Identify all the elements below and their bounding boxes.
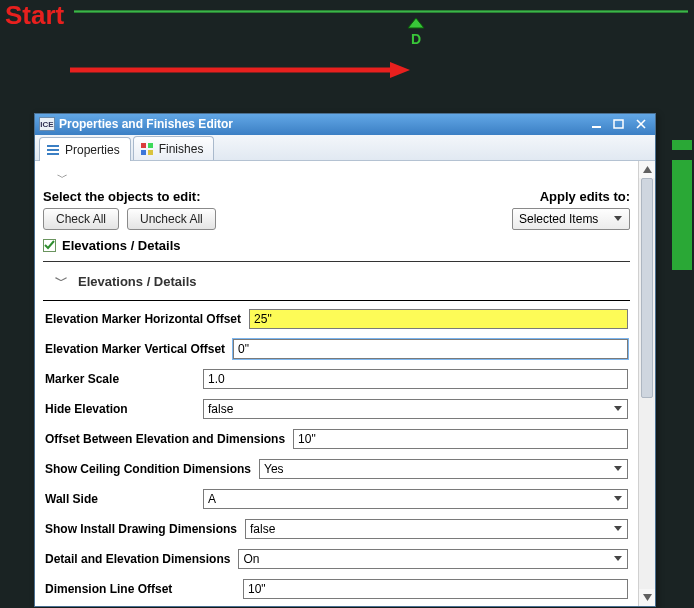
dropdown-detail-elev-dim[interactable]: On: [238, 549, 628, 569]
dropdown-wall-side-value: A: [208, 492, 216, 506]
dropdown-show-install[interactable]: false: [245, 519, 628, 539]
scroll-down-button[interactable]: [639, 589, 655, 606]
svg-marker-20: [614, 556, 622, 561]
label-offset-between: Offset Between Elevation and Dimensions: [45, 432, 285, 446]
svg-rect-12: [148, 143, 153, 148]
select-objects-label: Select the objects to edit:: [43, 189, 200, 204]
elevation-marker-d: D: [406, 18, 426, 48]
tab-finishes[interactable]: Finishes: [133, 136, 215, 160]
check-all-button[interactable]: Check All: [43, 208, 119, 230]
finishes-icon: [140, 142, 154, 156]
dropdown-hide-elevation[interactable]: false: [203, 399, 628, 419]
tab-properties-label: Properties: [65, 143, 120, 157]
input-offset-between[interactable]: [293, 429, 628, 449]
dropdown-wall-side[interactable]: A: [203, 489, 628, 509]
svg-rect-5: [614, 120, 623, 128]
dropdown-detail-elev-dim-value: On: [243, 552, 259, 566]
label-show-ceiling: Show Ceiling Condition Dimensions: [45, 462, 251, 476]
divider: [43, 300, 630, 301]
chevron-down-icon: [611, 556, 625, 562]
input-dim-line-offset[interactable]: [243, 579, 628, 599]
properties-finishes-dialog: ICE Properties and Finishes Editor Prope…: [34, 113, 656, 607]
svg-text:D: D: [411, 31, 421, 47]
properties-icon: [46, 143, 60, 157]
elevations-details-checkbox[interactable]: [43, 239, 56, 252]
apply-edits-combo-value: Selected Items: [519, 212, 598, 226]
svg-marker-18: [614, 496, 622, 501]
cad-wall-line: [74, 10, 688, 13]
section-elevations-details-header[interactable]: ﹀ Elevations / Details: [43, 268, 630, 294]
tab-properties[interactable]: Properties: [39, 137, 131, 161]
scroll-up-button[interactable]: [639, 161, 655, 178]
chevron-down-icon: ﹀: [57, 170, 68, 185]
apply-edits-label: Apply edits to:: [540, 189, 630, 204]
input-vertical-offset[interactable]: [233, 339, 628, 359]
label-marker-scale: Marker Scale: [45, 372, 195, 386]
dropdown-show-ceiling[interactable]: Yes: [259, 459, 628, 479]
svg-rect-9: [47, 149, 59, 151]
app-icon: ICE: [39, 117, 55, 131]
svg-marker-16: [614, 406, 622, 411]
chevron-down-icon: [611, 406, 625, 412]
maximize-button[interactable]: [609, 117, 629, 131]
dialog-body: ﹀ Select the objects to edit: Apply edit…: [35, 161, 638, 606]
label-wall-side: Wall Side: [45, 492, 195, 506]
close-button[interactable]: [631, 117, 651, 131]
svg-rect-10: [47, 153, 59, 155]
dialog-title: Properties and Finishes Editor: [59, 117, 583, 131]
chevron-down-icon: ﹀: [55, 272, 68, 290]
input-horizontal-offset[interactable]: [249, 309, 628, 329]
dropdown-hide-elevation-value: false: [208, 402, 233, 416]
svg-rect-4: [592, 126, 601, 128]
svg-rect-14: [148, 150, 153, 155]
svg-marker-3: [390, 62, 410, 78]
chevron-down-icon: [611, 526, 625, 532]
svg-marker-22: [643, 166, 652, 173]
chevron-down-icon: [611, 216, 625, 222]
svg-marker-15: [614, 216, 622, 221]
tab-finishes-label: Finishes: [159, 142, 204, 156]
scrollbar-track[interactable]: [639, 178, 655, 589]
divider: [43, 261, 630, 262]
label-hide-elevation: Hide Elevation: [45, 402, 195, 416]
section-title: Elevations / Details: [78, 274, 197, 289]
label-dim-line-offset: Dimension Line Offset: [45, 582, 235, 596]
elevations-details-check-label: Elevations / Details: [62, 238, 181, 253]
annotation-arrow: [70, 60, 410, 80]
label-show-install: Show Install Drawing Dimensions: [45, 522, 237, 536]
input-marker-scale[interactable]: [203, 369, 628, 389]
chevron-down-icon: [611, 496, 625, 502]
svg-rect-13: [141, 150, 146, 155]
dialog-titlebar[interactable]: ICE Properties and Finishes Editor: [35, 114, 655, 135]
apply-edits-combo[interactable]: Selected Items: [512, 208, 630, 230]
svg-rect-11: [141, 143, 146, 148]
dropdown-show-install-value: false: [250, 522, 275, 536]
svg-marker-0: [408, 18, 424, 28]
svg-marker-23: [643, 594, 652, 601]
minimize-button[interactable]: [587, 117, 607, 131]
cad-right-lines: [672, 140, 694, 280]
svg-marker-17: [614, 466, 622, 471]
scrollbar-thumb[interactable]: [641, 178, 653, 398]
label-vertical-offset: Elevation Marker Vertical Offset: [45, 342, 225, 356]
top-collapse-toggle[interactable]: ﹀: [43, 167, 630, 187]
label-detail-elev-dim: Detail and Elevation Dimensions: [45, 552, 230, 566]
uncheck-all-button[interactable]: Uncheck All: [127, 208, 216, 230]
svg-rect-8: [47, 145, 59, 147]
start-label: Start: [5, 0, 64, 31]
vertical-scrollbar[interactable]: [638, 161, 655, 606]
label-horizontal-offset: Elevation Marker Horizontal Offset: [45, 312, 241, 326]
dropdown-show-ceiling-value: Yes: [264, 462, 284, 476]
tabs-bar: Properties Finishes: [35, 135, 655, 161]
svg-marker-19: [614, 526, 622, 531]
chevron-down-icon: [611, 466, 625, 472]
